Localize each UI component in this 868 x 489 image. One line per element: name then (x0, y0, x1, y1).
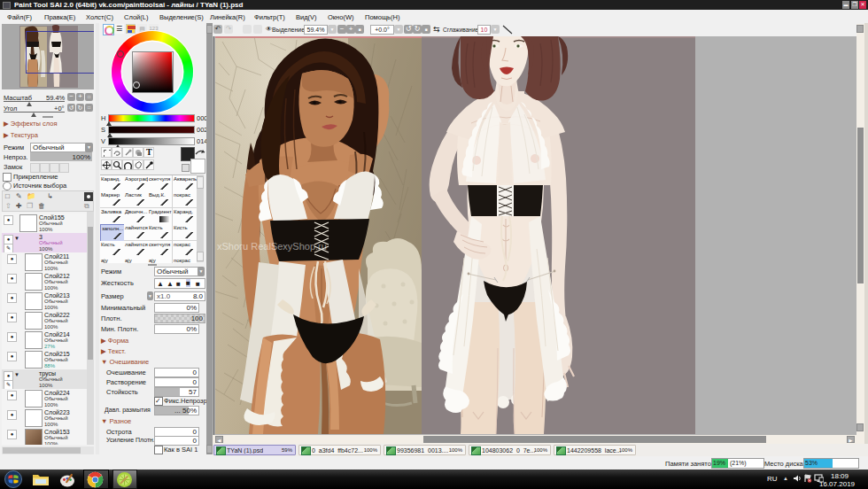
svg-text:xShoгu RealSexyShop.ru: xShoгu RealSexyShop.ru (217, 241, 327, 252)
